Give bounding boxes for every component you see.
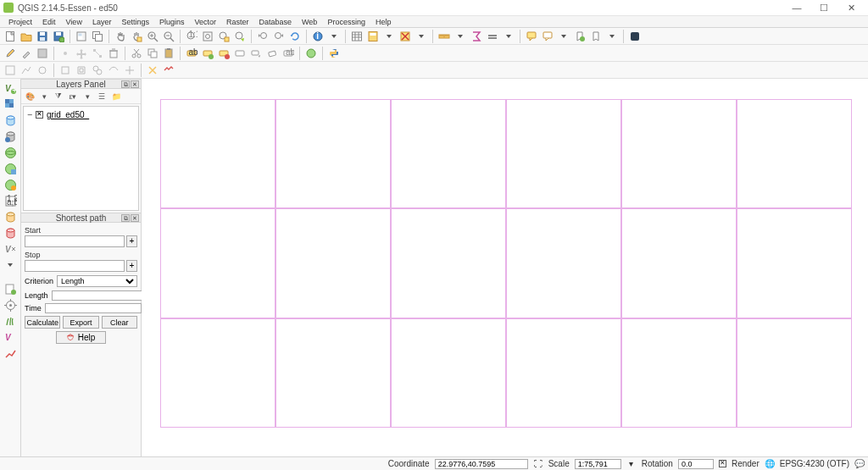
zoom-native-icon[interactable]: 1:1 — [185, 30, 198, 43]
select-dropdown-icon[interactable] — [382, 30, 396, 43]
grass-icon[interactable] — [3, 314, 18, 328]
composer-icon[interactable] — [75, 30, 88, 43]
zoom-layer-icon[interactable] — [233, 30, 247, 43]
python-console-icon[interactable] — [628, 30, 642, 43]
bookmark-icon[interactable] — [486, 30, 499, 43]
start-input[interactable] — [25, 235, 125, 247]
save-icon[interactable] — [36, 30, 49, 43]
adv-10-icon[interactable] — [162, 64, 175, 77]
new-shapefile-icon[interactable] — [3, 282, 18, 296]
menu-vector[interactable]: Vector — [189, 18, 221, 26]
adv-6-icon[interactable] — [91, 64, 104, 77]
calculate-button[interactable]: Calculate — [25, 316, 60, 329]
zoom-in-icon[interactable] — [146, 30, 159, 43]
select-dropdown2-icon[interactable] — [415, 30, 428, 43]
menu-edit[interactable]: Edit — [37, 18, 61, 26]
menu-project[interactable]: Project — [3, 18, 37, 26]
add-wcs-icon[interactable] — [3, 162, 18, 175]
adv-3-icon[interactable] — [36, 64, 49, 77]
add-wfs-icon[interactable] — [3, 178, 18, 191]
collapse-icon[interactable]: − — [27, 110, 32, 119]
layers-tree[interactable]: − grid_ed50_ — [23, 106, 139, 211]
delete-icon[interactable] — [107, 47, 120, 60]
pan-selection-icon[interactable] — [130, 30, 143, 43]
stop-input[interactable] — [25, 260, 125, 272]
menu-plugins[interactable]: Plugins — [154, 18, 190, 26]
pan-icon[interactable] — [114, 30, 127, 43]
menu-layer[interactable]: Layer — [87, 18, 117, 26]
menu-web[interactable]: Web — [297, 18, 322, 26]
stop-pick-button[interactable]: + — [126, 260, 137, 272]
add-feature-icon[interactable] — [58, 47, 72, 60]
field-calc-icon[interactable] — [366, 30, 380, 43]
menu-processing[interactable]: Processing — [322, 18, 370, 26]
layer-group-icon[interactable]: 📁 — [110, 91, 122, 102]
time-input[interactable] — [45, 303, 142, 313]
adv-9-icon[interactable] — [146, 64, 159, 77]
refresh-icon[interactable] — [288, 30, 302, 43]
label-show-icon[interactable] — [233, 47, 247, 60]
add-raster-icon[interactable] — [3, 97, 18, 111]
add-csv-icon[interactable]: 1,2a,b — [3, 194, 18, 207]
export-button[interactable]: Export — [63, 316, 98, 329]
identify-dropdown-icon[interactable] — [327, 30, 341, 43]
scale-input[interactable] — [575, 459, 621, 469]
statistics-icon[interactable] — [470, 30, 483, 43]
composer-manager-icon[interactable] — [91, 30, 104, 43]
menu-raster[interactable]: Raster — [221, 18, 254, 26]
bookmark-dropdown-icon[interactable] — [502, 30, 515, 43]
panel-undock-icon[interactable]: ⧉ — [121, 80, 130, 88]
menu-view[interactable]: View — [61, 18, 87, 26]
add-dropdown-icon[interactable] — [3, 258, 18, 272]
label-rotate-icon[interactable] — [265, 47, 279, 60]
move-feature-icon[interactable] — [75, 47, 88, 60]
panel-close-icon[interactable]: ✕ — [131, 214, 139, 222]
add-mssql-icon[interactable] — [3, 210, 18, 224]
bookmark-show-icon[interactable] — [589, 30, 603, 43]
clear-button[interactable]: Clear — [102, 316, 137, 329]
rotation-input[interactable] — [678, 459, 714, 469]
panel-undock-icon[interactable]: ⧉ — [121, 214, 130, 222]
annotation-dropdown-icon[interactable] — [557, 30, 570, 43]
node-tool-icon[interactable] — [91, 47, 104, 60]
osm-icon[interactable] — [304, 47, 318, 60]
attributes-table-icon[interactable] — [350, 30, 364, 43]
map-canvas-area[interactable] — [142, 79, 868, 456]
start-pick-button[interactable]: + — [126, 235, 137, 247]
cut-icon[interactable] — [130, 47, 143, 60]
add-postgis-icon[interactable] — [3, 130, 18, 143]
adv-1-icon[interactable] — [3, 64, 17, 77]
add-oracle-icon[interactable] — [3, 226, 18, 240]
label-change-icon[interactable]: ab — [281, 47, 295, 60]
maptip-icon[interactable] — [525, 30, 538, 43]
menu-settings[interactable]: Settings — [116, 18, 154, 26]
zoom-last-icon[interactable] — [256, 30, 270, 43]
copy-icon[interactable] — [146, 47, 159, 60]
maximize-button[interactable]: ☐ — [810, 0, 837, 15]
open-project-icon[interactable] — [19, 30, 33, 43]
layer-name[interactable]: grid_ed50_ — [47, 110, 89, 119]
edit-save-icon[interactable] — [19, 47, 33, 60]
edit-save2-icon[interactable] — [36, 47, 49, 60]
adv-4-icon[interactable] — [58, 64, 72, 77]
bookmark-new-icon[interactable] — [573, 30, 587, 43]
zoom-selection-icon[interactable] — [217, 30, 231, 43]
annotation-icon[interactable] — [541, 30, 554, 43]
label-pin-icon[interactable] — [217, 47, 231, 60]
layer-checkbox[interactable] — [36, 111, 43, 119]
layer-filter2-icon[interactable]: ⧩ — [53, 91, 64, 102]
layer-collapse-icon[interactable]: ☰ — [96, 91, 108, 102]
layer-style-icon[interactable]: 🎨 — [24, 91, 36, 102]
label-highlight-icon[interactable] — [201, 47, 214, 60]
menu-help[interactable]: Help — [370, 18, 397, 26]
panel-close-icon[interactable]: ✕ — [131, 80, 139, 88]
layer-item[interactable]: − grid_ed50_ — [27, 110, 135, 119]
criterion-select[interactable]: Length — [57, 275, 137, 287]
menu-database[interactable]: Database — [254, 18, 298, 26]
metasearch-icon[interactable]: V — [3, 330, 18, 344]
layer-expr-icon[interactable]: ε▾ — [67, 91, 79, 102]
adv-2-icon[interactable] — [19, 64, 33, 77]
bookmark-dropdown2-icon[interactable] — [605, 30, 619, 43]
length-input[interactable] — [52, 290, 148, 301]
coordinate-input[interactable] — [435, 459, 528, 469]
